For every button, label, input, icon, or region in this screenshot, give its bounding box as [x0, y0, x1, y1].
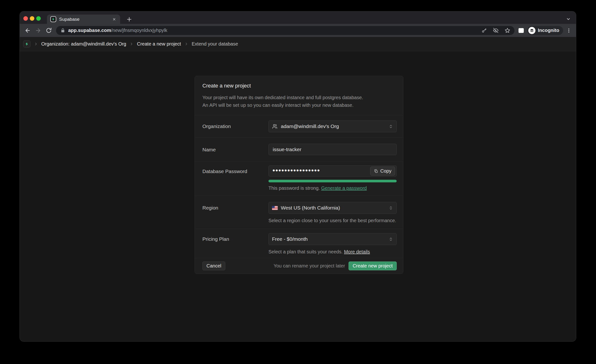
tab-search-chevron-icon[interactable] [565, 16, 572, 22]
password-strength-bar [268, 180, 397, 182]
reload-icon[interactable] [45, 26, 53, 35]
create-new-project-button[interactable]: Create new project [349, 261, 397, 270]
url-path: /new/jfnsmqoynldvxjyhpylk [111, 28, 167, 33]
name-row: Name issue-tracker [195, 137, 403, 161]
screenshot-stage: Supabase [0, 0, 596, 364]
pricing-select[interactable]: Free - $0/month [268, 233, 397, 245]
us-flag-icon [272, 206, 278, 210]
description-line-1: Your project will have its own dedicated… [202, 94, 395, 101]
breadcrumb-item-extend-database: Extend your database [192, 41, 238, 47]
card-description: Your project will have its own dedicated… [202, 94, 395, 109]
more-details-link[interactable]: More details [344, 249, 370, 254]
chevron-right-icon [185, 42, 188, 46]
pricing-helper: Select a plan that suits your needs. Mor… [268, 249, 397, 255]
password-helper: This password is strong. Generate a pass… [268, 186, 397, 191]
close-window-button[interactable] [23, 16, 28, 21]
name-label: Name [202, 144, 268, 155]
users-icon [272, 124, 277, 129]
password-label: Database Password [202, 165, 268, 191]
password-control-group: •••••••••••••••• Copy [268, 165, 397, 191]
url-text: app.supabase.com/new/jfnsmqoynldvxjyhpyl… [68, 28, 482, 33]
pricing-row: Pricing Plan Free - $0/month Select a pl… [195, 229, 403, 258]
tab-close-icon[interactable] [111, 16, 117, 22]
select-chevrons-icon [389, 124, 393, 129]
pricing-label: Pricing Plan [202, 233, 268, 255]
traffic-lights [23, 16, 41, 21]
region-row: Region West US (North California) Select… [195, 196, 403, 229]
card-footer: Cancel You can rename your project later… [195, 258, 403, 274]
supabase-favicon-icon [50, 16, 56, 22]
copy-password-button[interactable]: Copy [370, 167, 395, 175]
breadcrumb-item-create-project[interactable]: Create a new project [137, 41, 181, 47]
pricing-control-group: Free - $0/month Select a plan that suits… [268, 233, 397, 255]
password-row: Database Password •••••••••••••••• Copy [195, 161, 403, 196]
browser-tab-supabase[interactable]: Supabase [47, 15, 120, 24]
zoom-window-button[interactable] [36, 16, 41, 21]
cancel-button[interactable]: Cancel [202, 261, 225, 270]
region-label: Region [202, 202, 268, 223]
card-header: Create a new project Your project will h… [195, 76, 403, 115]
url-host: app.supabase.com [68, 28, 111, 33]
incognito-spy-icon [528, 27, 536, 34]
browser-toolbar: app.supabase.com/new/jfnsmqoynldvxjyhpyl… [20, 24, 576, 37]
eye-off-icon[interactable] [493, 28, 499, 33]
copy-icon [374, 169, 378, 173]
key-icon[interactable] [482, 28, 487, 33]
organization-row: Organization adam@windmill.dev's Org [195, 115, 403, 137]
create-project-card: Create a new project Your project will h… [194, 76, 403, 274]
url-bar[interactable]: app.supabase.com/new/jfnsmqoynldvxjyhpyl… [56, 26, 514, 35]
password-strength-text: This password is strong. [268, 186, 320, 191]
region-select[interactable]: West US (North California) [268, 202, 397, 214]
incognito-badge[interactable]: Incognito [527, 26, 563, 35]
new-tab-button[interactable] [126, 16, 133, 23]
organization-label: Organization [202, 120, 268, 132]
chevron-right-icon [130, 42, 133, 46]
tab-strip: Supabase [20, 11, 576, 24]
browser-window: Supabase [20, 11, 576, 341]
forward-icon[interactable] [34, 26, 42, 35]
password-masked-value: •••••••••••••••• [273, 167, 320, 174]
project-name-value: issue-tracker [273, 147, 301, 152]
lock-icon [60, 28, 65, 33]
generate-password-link[interactable]: Generate a password [321, 186, 367, 191]
page-title: Create a new project [202, 83, 395, 89]
supabase-logo-icon[interactable] [23, 40, 30, 48]
chevron-right-icon [34, 42, 38, 46]
region-control-group: West US (North California) Select a regi… [268, 202, 397, 223]
bookmark-star-icon[interactable] [505, 28, 510, 33]
organization-select[interactable]: adam@windmill.dev's Org [268, 120, 397, 132]
pricing-helper-text: Select a plan that suits your needs. [268, 249, 343, 254]
copy-button-label: Copy [380, 168, 391, 174]
password-strength-fill [268, 180, 397, 182]
breadcrumb: Organization: adam@windmill.dev's Org Cr… [20, 37, 576, 51]
pricing-value: Free - $0/month [272, 236, 307, 242]
description-line-2: An API will be set up so you can easily … [202, 101, 395, 109]
page-content: Create a new project Your project will h… [20, 51, 576, 341]
side-panel-icon[interactable] [517, 26, 525, 35]
breadcrumb-item-organization[interactable]: Organization: adam@windmill.dev's Org [41, 41, 126, 47]
back-icon[interactable] [24, 26, 32, 35]
region-value: West US (North California) [281, 205, 340, 211]
password-input[interactable]: •••••••••••••••• Copy [268, 165, 397, 177]
select-chevrons-icon [389, 237, 393, 241]
project-name-input[interactable]: issue-tracker [268, 144, 397, 155]
select-chevrons-icon [389, 206, 393, 210]
incognito-label: Incognito [538, 28, 559, 33]
omnibox-action-icons [482, 28, 510, 33]
footer-right-group: You can rename your project later Create… [274, 261, 397, 270]
region-helper: Select a region close to your users for … [268, 218, 397, 223]
browser-menu-kebab-icon[interactable] [565, 27, 573, 34]
tab-title: Supabase [59, 17, 111, 22]
minimize-window-button[interactable] [30, 16, 34, 21]
rename-note: You can rename your project later [274, 263, 345, 269]
organization-value: adam@windmill.dev's Org [281, 124, 339, 129]
